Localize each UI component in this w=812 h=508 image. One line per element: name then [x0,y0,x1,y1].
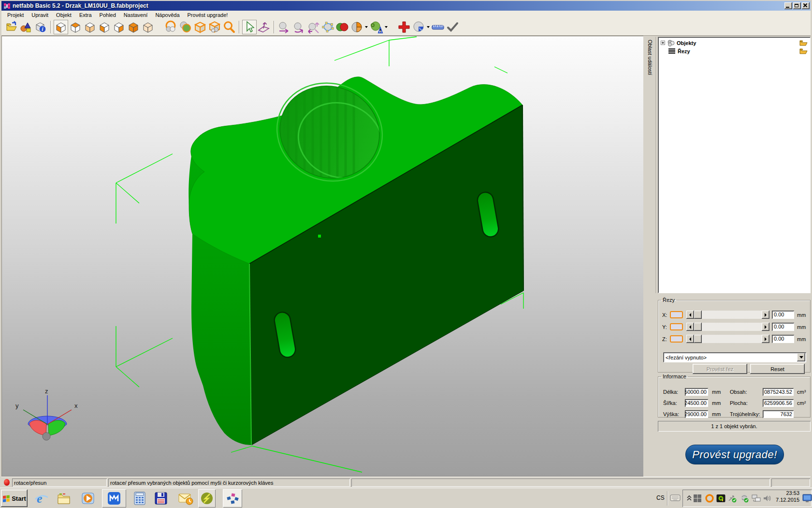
folder-open-icon[interactable] [799,40,808,46]
bounding-box-button[interactable] [193,20,207,34]
taskbar-explorer-button[interactable] [57,491,72,506]
width-field[interactable]: 24500.00 [685,399,708,407]
dropdown-arrow-icon[interactable] [797,353,805,361]
dropdown-caret-icon[interactable] [385,26,388,28]
cut-color-swatch[interactable] [670,311,683,318]
tray-clock[interactable]: 23:53 7.12.2015 [772,490,799,503]
smooth-part-button[interactable] [411,20,431,34]
tree-item-objekty[interactable]: Objekty [660,39,809,47]
menu-nastaveni[interactable]: Nastavení [120,11,152,19]
view-right-button[interactable] [112,20,126,34]
events-area-tab[interactable]: Oblast událostí [644,37,656,293]
repair-part-button[interactable] [369,20,388,34]
view-back-button[interactable] [141,20,155,34]
boolean-button[interactable] [335,20,349,34]
view-bottom-button[interactable] [83,20,97,34]
add-triangles-button[interactable] [397,20,411,34]
taskbar-netfabb-window[interactable] [223,489,242,508]
move-part-button[interactable] [277,20,291,34]
view-left-button[interactable] [97,20,112,34]
zoom-button[interactable] [222,20,236,34]
height-field[interactable]: 29000.00 [685,410,708,418]
minimize-button[interactable] [784,2,792,9]
nvidia-tray-icon[interactable] [716,494,725,503]
taskbar-ie-button[interactable]: e [34,491,49,506]
execute-cut-button[interactable]: Provést řez [693,364,747,374]
rotate-part-button[interactable] [291,20,306,34]
cut-color-swatch[interactable] [670,323,683,330]
cut-part-button[interactable] [349,20,369,34]
taskbar-outlook-button[interactable] [178,491,193,506]
viewport-3d[interactable]: z y x [1,36,643,477]
tray-chevron-icon[interactable] [686,494,692,502]
show-desktop-icon[interactable] [802,493,812,503]
view-top-button[interactable] [68,20,83,34]
validate-button[interactable] [445,20,460,34]
cut-slider-z[interactable] [686,335,769,343]
open-project-button[interactable] [4,20,19,34]
view-front-button[interactable] [126,20,141,34]
menu-projekt[interactable]: Projekt [3,11,28,19]
language-indicator[interactable]: CS [656,494,665,501]
taskbar-save-button[interactable] [153,491,169,506]
slider-right-arrow[interactable] [762,323,769,331]
cut-slider-y[interactable] [686,323,769,331]
tree-expander-icon[interactable] [661,41,665,45]
taskbar-mediaplayer-button[interactable] [80,491,96,506]
volume-tray-icon[interactable] [763,494,771,503]
view-iso-button[interactable] [54,20,68,34]
part-info-button[interactable]: i [33,20,48,34]
menu-upravit[interactable]: Upravit [28,11,52,19]
cut-value-field[interactable]: 0.00 [772,311,794,319]
slider-right-arrow[interactable] [762,335,769,343]
cut-value-field[interactable]: 0.00 [772,335,794,343]
triangles-field[interactable]: 7632 [763,410,794,418]
menu-provest-upgrade[interactable]: Provést upgrade! [184,11,232,19]
slider-thumb[interactable] [694,335,702,343]
network-tray-icon[interactable] [752,494,761,503]
dropdown-caret-icon[interactable] [365,26,368,28]
slider-thumb[interactable] [694,311,702,319]
menu-napoveda[interactable]: Nápověda [151,11,183,19]
avira-tray-icon[interactable] [705,494,714,503]
start-button[interactable]: Start [1,490,28,507]
windows-tray-icon[interactable] [693,494,702,503]
menu-objekt[interactable]: Objekt [52,11,75,19]
model-bracket[interactable] [188,68,523,445]
area-field[interactable]: 6259906.56 [763,399,794,407]
show-all-parts-button[interactable] [164,20,178,34]
menu-pohled[interactable]: Pohled [96,11,120,19]
usb-eject-tray-icon[interactable] [727,494,737,503]
reset-button[interactable]: Reset [750,364,805,374]
maximize-button[interactable] [793,2,801,9]
platform-button[interactable] [207,20,222,34]
add-part-button[interactable] [19,20,33,34]
slider-left-arrow[interactable] [686,323,694,331]
plane-tool-button[interactable] [257,20,271,34]
dropdown-caret-icon[interactable] [427,26,430,28]
cut-mode-select[interactable]: <řezání vypnuto> [663,352,806,362]
convex-hull-button[interactable] [320,20,335,34]
scale-part-button[interactable] [306,20,320,34]
select-cursor-button[interactable] [242,20,257,34]
slider-left-arrow[interactable] [686,311,694,319]
slider-right-arrow[interactable] [762,311,769,319]
folder-open-icon[interactable] [799,48,808,54]
slider-thumb[interactable] [694,323,702,331]
close-button[interactable] [802,2,810,9]
taskbar-greens-window[interactable] [198,489,216,508]
measure-button[interactable] [431,20,445,34]
cut-value-field[interactable]: 0.00 [772,323,794,331]
volume-field[interactable]: 0875243.52 [763,388,794,396]
slider-left-arrow[interactable] [686,335,694,343]
cut-color-swatch[interactable] [670,335,683,343]
upgrade-button[interactable]: Provést upgrade! [685,445,784,464]
show-selected-part-button[interactable] [178,20,193,34]
title-bar[interactable]: netfabb Basic 5.2 - Drzak_LM10UU_B.fabbp… [1,1,811,11]
taskbar-maxthon-window[interactable] [102,489,126,508]
tree-item-rezy[interactable]: Řezy [660,47,809,55]
cut-slider-x[interactable] [686,311,769,319]
keyboard-icon[interactable] [670,494,681,502]
taskbar-calculator-button[interactable] [132,491,147,506]
menu-extra[interactable]: Extra [75,11,96,19]
